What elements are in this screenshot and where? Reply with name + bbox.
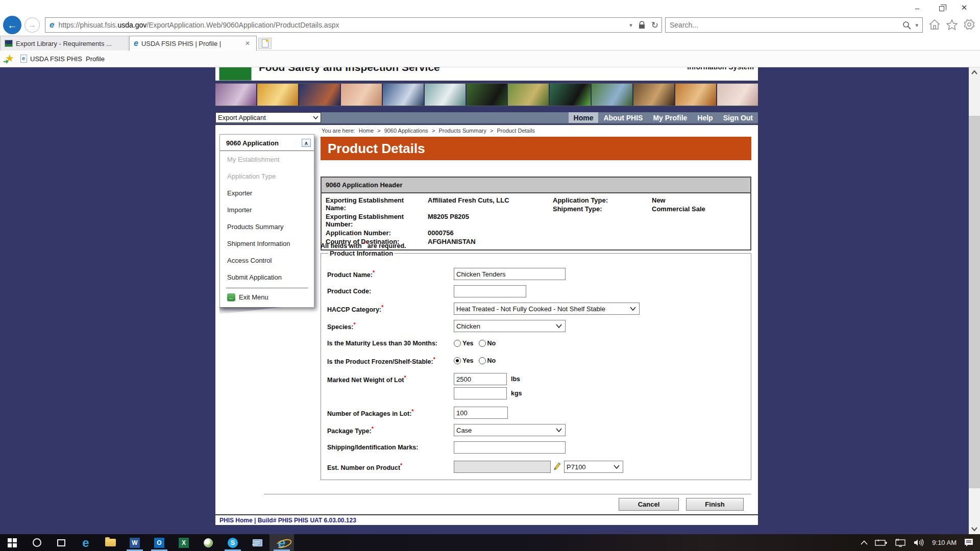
chevron-down-icon bbox=[556, 428, 562, 432]
sidebar-item-access-control[interactable]: Access Control bbox=[220, 252, 314, 269]
form-divider bbox=[264, 494, 751, 494]
add-favorite-icon[interactable]: ★ ➜ bbox=[4, 53, 16, 64]
breadcrumb-9060-applications[interactable]: 9060 Applications bbox=[384, 128, 428, 134]
sidebar-item-shipment-information[interactable]: Shipment Information bbox=[220, 235, 314, 252]
nav-item-sign-out[interactable]: Sign Out bbox=[718, 112, 758, 123]
sidebar-item-importer[interactable]: Importer bbox=[220, 202, 314, 218]
net-weight-kgs-input[interactable] bbox=[454, 387, 507, 399]
nav-item-my-profile[interactable]: My Profile bbox=[648, 112, 692, 123]
field-label: Shipment Type: bbox=[553, 205, 650, 213]
search-icon[interactable] bbox=[902, 21, 911, 30]
species-select[interactable]: Chicken bbox=[454, 320, 566, 332]
cancel-button[interactable]: Cancel bbox=[619, 498, 679, 511]
package-type-select[interactable]: Case bbox=[454, 424, 566, 436]
scroll-down-arrow[interactable] bbox=[969, 524, 980, 534]
page-viewport: Food Safety and Inspection Service Infor… bbox=[0, 67, 980, 534]
back-button[interactable]: ← bbox=[3, 16, 21, 34]
est-number-input bbox=[454, 461, 551, 473]
action-center-icon[interactable] bbox=[964, 538, 974, 547]
favorite-link[interactable]: USDA FSIS PHIS Profile bbox=[30, 55, 105, 63]
forward-button[interactable]: → bbox=[24, 17, 40, 33]
minimize-button[interactable]: – bbox=[905, 1, 929, 14]
scroll-up-arrow[interactable] bbox=[969, 67, 980, 78]
product-code-label: Product Code: bbox=[327, 288, 454, 295]
address-bar[interactable]: e https://phisuat.fsis.usda.gov/ExportAp… bbox=[45, 17, 662, 33]
search-input[interactable] bbox=[670, 21, 902, 29]
sidebar-exit-menu[interactable]: ← Exit Menu bbox=[220, 288, 314, 307]
task-view-button[interactable] bbox=[49, 534, 74, 551]
product-code-input[interactable] bbox=[454, 285, 526, 297]
tab-export-library[interactable]: Export Library - Requirements ... bbox=[0, 36, 129, 51]
frozen-yes-radio[interactable] bbox=[454, 357, 461, 364]
tab-close-icon[interactable]: ✕ bbox=[243, 39, 252, 48]
nav-item-about-phis[interactable]: About PHIS bbox=[598, 112, 648, 123]
maturity-no-radio[interactable] bbox=[479, 340, 486, 347]
est-number-select[interactable]: P7100 bbox=[564, 461, 623, 473]
word-button[interactable]: W bbox=[122, 534, 147, 551]
excel-button[interactable]: X bbox=[172, 534, 196, 551]
new-tab-button[interactable] bbox=[258, 38, 272, 49]
chevron-down-icon bbox=[556, 324, 562, 328]
file-explorer-button[interactable] bbox=[98, 534, 122, 551]
net-weight-lbs-input[interactable] bbox=[454, 373, 507, 385]
photo-tile bbox=[467, 84, 507, 106]
footer-text: PHIS Home | Build# PHIS PHIS UAT 6.03.00… bbox=[219, 517, 356, 524]
haccp-category-select[interactable]: Heat Treated - Not Fully Cooked - Not Sh… bbox=[454, 303, 640, 315]
field-value: AFGHANISTAN bbox=[428, 238, 553, 245]
vertical-scrollbar[interactable] bbox=[969, 67, 980, 534]
field-value: 0000756 bbox=[428, 229, 553, 237]
edge-button[interactable]: e bbox=[74, 534, 98, 551]
taskbar: e W O X S e 9:10 AM bbox=[0, 534, 980, 551]
home-icon[interactable] bbox=[928, 18, 941, 31]
edit-pencil-icon[interactable] bbox=[553, 462, 561, 471]
refresh-icon[interactable]: ↻ bbox=[651, 20, 658, 31]
internet-explorer-button[interactable]: e bbox=[270, 534, 294, 551]
cortana-button[interactable] bbox=[24, 534, 49, 551]
restore-icon bbox=[939, 6, 944, 11]
search-dropdown-caret-icon[interactable]: ▾ bbox=[915, 22, 918, 29]
vpn-button[interactable] bbox=[196, 534, 220, 551]
network-icon[interactable] bbox=[894, 539, 906, 547]
product-name-input[interactable] bbox=[454, 268, 566, 280]
maturity-yes-radio[interactable] bbox=[454, 340, 461, 347]
sidebar-item-exporter[interactable]: Exporter bbox=[220, 185, 314, 202]
field-value: Commercial Sale bbox=[652, 205, 746, 213]
role-select[interactable]: Export Applicant bbox=[215, 112, 321, 123]
clock[interactable]: 9:10 AM bbox=[932, 539, 957, 546]
settings-gear-icon[interactable] bbox=[963, 18, 976, 31]
field-label: Exporting Establishment Name: bbox=[326, 196, 426, 212]
search-box[interactable]: ▾ bbox=[665, 17, 923, 33]
package-type-row: Package Type:* Case bbox=[327, 423, 745, 437]
haccp-category-label: HACCP Category:* bbox=[327, 304, 454, 313]
kgs-unit-label: kgs bbox=[511, 390, 522, 397]
skype-button[interactable]: S bbox=[220, 534, 245, 551]
frozen-no-radio[interactable] bbox=[479, 357, 486, 364]
breadcrumb-products-summary[interactable]: Products Summary bbox=[438, 128, 486, 134]
sidebar-collapse-button[interactable]: ∧ bbox=[302, 139, 311, 147]
nav-item-help[interactable]: Help bbox=[692, 112, 718, 123]
scrollbar-thumb[interactable] bbox=[969, 116, 980, 488]
tray-expand-chevron-icon[interactable] bbox=[861, 540, 868, 545]
finish-button[interactable]: Finish bbox=[686, 498, 744, 511]
volume-icon[interactable] bbox=[914, 539, 925, 546]
product-name-label: Product Name:* bbox=[327, 269, 454, 279]
nav-item-home[interactable]: Home bbox=[569, 112, 599, 123]
favorites-bar: ★ ➜ e USDA FSIS PHIS Profile bbox=[0, 51, 980, 67]
sidebar-item-submit-application[interactable]: Submit Application bbox=[220, 269, 314, 286]
internet-explorer-icon: e bbox=[278, 536, 285, 549]
edge-icon: e bbox=[82, 537, 89, 549]
packages-input[interactable] bbox=[454, 407, 508, 419]
photo-tile bbox=[675, 84, 716, 106]
url-dropdown-caret-icon[interactable]: ▾ bbox=[629, 22, 632, 29]
close-button[interactable]: ✕ bbox=[952, 1, 976, 14]
shipping-marks-input[interactable] bbox=[454, 441, 566, 454]
outlook-button[interactable]: O bbox=[147, 534, 172, 551]
battery-icon[interactable] bbox=[875, 539, 887, 546]
tab-usda-fsis-phis[interactable]: e USDA FSIS PHIS | Profile | ✕ bbox=[129, 36, 257, 51]
favorites-star-icon[interactable] bbox=[945, 18, 959, 31]
start-button[interactable] bbox=[0, 534, 24, 551]
console-app-button[interactable] bbox=[245, 534, 270, 551]
breadcrumb-home[interactable]: Home bbox=[359, 128, 374, 134]
restore-button[interactable] bbox=[929, 1, 952, 14]
sidebar-item-products-summary[interactable]: Products Summary bbox=[220, 218, 314, 235]
